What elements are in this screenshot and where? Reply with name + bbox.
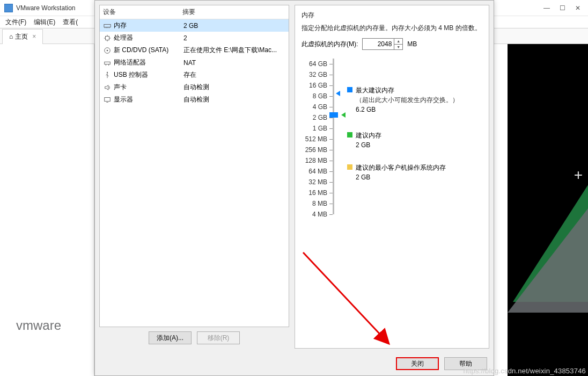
legend-min-value: 2 GB bbox=[356, 172, 446, 182]
legend-max-swatch-icon bbox=[347, 87, 352, 92]
device-row-cpu[interactable]: 处理器2 bbox=[100, 32, 289, 44]
legend-rec-label: 建议内存 bbox=[356, 131, 381, 140]
device-row-usb[interactable]: USB 控制器存在 bbox=[100, 69, 289, 81]
display-icon bbox=[103, 96, 112, 104]
legend-max-label: 最大建议内存 bbox=[356, 85, 459, 95]
memory-tick: 256 MB bbox=[302, 144, 342, 155]
memory-tick: 64 MB bbox=[302, 166, 342, 177]
memory-legend: 最大建议内存 （超出此大小可能发生内存交换。） 6.2 GB 建议内存 2 GB bbox=[347, 59, 482, 220]
header-summary: 摘要 bbox=[182, 8, 195, 17]
tab-home-label: 主页 bbox=[15, 32, 28, 41]
menu-view[interactable]: 查看( bbox=[63, 18, 78, 27]
legend-min-swatch-icon bbox=[347, 164, 352, 170]
device-summary: 自动检测 bbox=[183, 83, 285, 92]
hardware-dialog: 设备 摘要 内存2 GB处理器2新 CD/DVD (SATA)正在使用文件 E:… bbox=[94, 0, 494, 376]
watermark: https://blog.csdn.net/weixin_43853746 bbox=[463, 367, 586, 375]
minimize-button[interactable]: — bbox=[543, 4, 550, 12]
memory-tick: 32 MB bbox=[302, 177, 342, 187]
device-name: 网络适配器 bbox=[114, 58, 183, 67]
memory-tick: 1 GB bbox=[302, 123, 342, 134]
memory-slider-thumb[interactable] bbox=[329, 112, 338, 118]
device-summary: 2 GB bbox=[183, 22, 285, 30]
remove-device-button[interactable]: 移除(R) bbox=[197, 331, 240, 344]
device-summary: 2 bbox=[183, 34, 285, 42]
close-button[interactable]: 关闭 bbox=[396, 357, 439, 370]
device-name: 声卡 bbox=[114, 83, 183, 92]
memory-scale[interactable]: 64 GB32 GB16 GB8 GB4 GB2 GB1 GB512 MB256… bbox=[302, 59, 342, 220]
memory-tick: 512 MB bbox=[302, 134, 342, 144]
device-name: 处理器 bbox=[114, 33, 183, 42]
device-summary: 存在 bbox=[183, 70, 285, 79]
usb-icon bbox=[103, 71, 112, 79]
device-summary: 自动检测 bbox=[183, 95, 285, 104]
memory-icon bbox=[103, 22, 112, 30]
memory-tick: 64 GB bbox=[302, 59, 342, 69]
network-icon bbox=[103, 59, 112, 67]
device-row-memory[interactable]: 内存2 GB bbox=[100, 19, 289, 32]
menu-edit[interactable]: 编辑(E) bbox=[34, 18, 55, 27]
home-icon: ⌂ bbox=[9, 33, 13, 40]
menu-file[interactable]: 文件(F) bbox=[5, 18, 26, 27]
legend-recommended: 建议内存 2 GB bbox=[347, 131, 482, 150]
add-device-button[interactable]: 添加(A)... bbox=[149, 331, 192, 344]
device-row-sound[interactable]: 声卡自动检测 bbox=[100, 81, 289, 93]
memory-title: 内存 bbox=[302, 11, 482, 20]
device-panel: 设备 摘要 内存2 GB处理器2新 CD/DVD (SATA)正在使用文件 E:… bbox=[99, 5, 289, 349]
memory-tick: 128 MB bbox=[302, 155, 342, 166]
app-title: VMware Workstation bbox=[16, 4, 75, 12]
device-row-disc[interactable]: 新 CD/DVD (SATA)正在使用文件 E:\网盘下载\Mac... bbox=[100, 44, 289, 56]
legend-max-note: （超出此大小可能发生内存交换。） bbox=[356, 95, 459, 105]
memory-input-label: 此虚拟机的内存(M): bbox=[302, 40, 358, 49]
device-row-network[interactable]: 网络适配器NAT bbox=[100, 56, 289, 69]
disc-icon bbox=[103, 47, 112, 54]
svg-rect-12 bbox=[105, 62, 111, 64]
tab-home[interactable]: ⌂ 主页 × bbox=[2, 29, 43, 44]
memory-input-row: 此虚拟机的内存(M): ▲▼ MB bbox=[302, 38, 482, 50]
maximize-button[interactable]: ☐ bbox=[560, 4, 565, 12]
right-graphic bbox=[508, 44, 588, 376]
close-window-button[interactable]: ✕ bbox=[575, 4, 580, 12]
memory-input[interactable] bbox=[362, 38, 394, 50]
legend-max: 最大建议内存 （超出此大小可能发生内存交换。） 6.2 GB bbox=[347, 85, 482, 114]
vmware-logo: vmware bbox=[16, 318, 61, 333]
memory-panel: 内存 指定分配给此虚拟机的内存量。内存大小必须为 4 MB 的倍数。 此虚拟机的… bbox=[295, 5, 489, 349]
device-list: 设备 摘要 内存2 GB处理器2新 CD/DVD (SATA)正在使用文件 E:… bbox=[99, 5, 289, 327]
svg-point-11 bbox=[107, 49, 108, 51]
plus-icon: + bbox=[574, 167, 583, 184]
memory-tick: 16 MB bbox=[302, 187, 342, 198]
cpu-icon bbox=[103, 34, 112, 42]
legend-max-value: 6.2 GB bbox=[356, 105, 459, 114]
legend-min-label: 建议的最小客户机操作系统内存 bbox=[356, 163, 446, 172]
device-name: 内存 bbox=[114, 21, 183, 30]
tab-close-icon[interactable]: × bbox=[32, 33, 36, 40]
max-memory-marker-icon bbox=[336, 91, 340, 96]
memory-tick: 4 MB bbox=[302, 209, 342, 220]
window-controls: — ☐ ✕ bbox=[543, 4, 584, 12]
device-row-display[interactable]: 显示器自动检测 bbox=[100, 93, 289, 106]
device-list-header: 设备 摘要 bbox=[100, 5, 289, 19]
memory-spinner[interactable]: ▲▼ bbox=[394, 38, 403, 50]
device-name: 新 CD/DVD (SATA) bbox=[114, 46, 183, 55]
sound-icon bbox=[103, 84, 112, 91]
device-name: 显示器 bbox=[114, 95, 183, 104]
svg-rect-5 bbox=[106, 36, 109, 40]
memory-description: 指定分配给此虚拟机的内存量。内存大小必须为 4 MB 的倍数。 bbox=[302, 23, 482, 33]
legend-rec-swatch-icon bbox=[347, 132, 352, 138]
device-summary: 正在使用文件 E:\网盘下载\Mac... bbox=[183, 46, 285, 55]
device-summary: NAT bbox=[183, 59, 285, 67]
sidebar: vmware bbox=[0, 44, 94, 376]
device-name: USB 控制器 bbox=[114, 70, 183, 79]
svg-rect-16 bbox=[105, 97, 111, 101]
recommended-memory-marker-icon bbox=[341, 112, 346, 118]
memory-tick: 4 GB bbox=[302, 102, 342, 112]
legend-min: 建议的最小客户机操作系统内存 2 GB bbox=[347, 163, 482, 182]
memory-tick: 32 GB bbox=[302, 69, 342, 80]
svg-rect-0 bbox=[104, 24, 111, 27]
memory-unit: MB bbox=[407, 40, 417, 48]
legend-rec-value: 2 GB bbox=[356, 140, 381, 150]
header-device: 设备 bbox=[103, 8, 182, 17]
svg-point-15 bbox=[107, 71, 108, 73]
device-buttons: 添加(A)... 移除(R) bbox=[99, 327, 289, 349]
app-icon bbox=[4, 4, 13, 12]
memory-tick: 8 MB bbox=[302, 198, 342, 209]
